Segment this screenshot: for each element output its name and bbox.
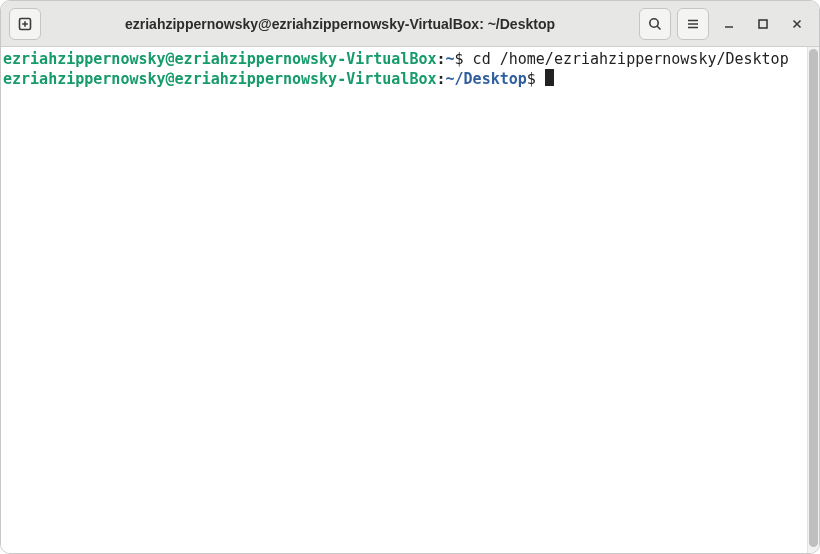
prompt-symbol: $ xyxy=(455,50,464,68)
scrollbar[interactable] xyxy=(807,47,819,553)
maximize-icon xyxy=(756,17,770,31)
window-title: ezriahzippernowsky@ezriahzippernowsky-Vi… xyxy=(47,16,633,32)
prompt-path: ~/Desktop xyxy=(446,70,527,88)
terminal-window: ezriahzippernowsky@ezriahzippernowsky-Vi… xyxy=(0,0,820,554)
close-button[interactable] xyxy=(783,10,811,38)
search-icon xyxy=(647,16,663,32)
svg-point-3 xyxy=(650,18,658,26)
prompt-path: ~ xyxy=(446,50,455,68)
titlebar-right-group xyxy=(639,8,811,40)
prompt-colon: : xyxy=(436,50,445,68)
maximize-button[interactable] xyxy=(749,10,777,38)
search-button[interactable] xyxy=(639,8,671,40)
new-tab-button[interactable] xyxy=(9,8,41,40)
menu-button[interactable] xyxy=(677,8,709,40)
minimize-button[interactable] xyxy=(715,10,743,38)
command-text: cd /home/ezriahzippernowsky/Desktop xyxy=(464,50,789,68)
cursor xyxy=(545,69,554,86)
prompt-user-host: ezriahzippernowsky@ezriahzippernowsky-Vi… xyxy=(3,50,436,68)
svg-rect-9 xyxy=(759,20,767,28)
terminal-area[interactable]: ezriahzippernowsky@ezriahzippernowsky-Vi… xyxy=(1,47,807,553)
scrollbar-thumb[interactable] xyxy=(809,49,818,547)
svg-line-4 xyxy=(657,26,660,29)
new-tab-icon xyxy=(17,16,33,32)
close-icon xyxy=(790,17,804,31)
terminal-area-wrap: ezriahzippernowsky@ezriahzippernowsky-Vi… xyxy=(1,47,819,553)
prompt-user-host: ezriahzippernowsky@ezriahzippernowsky-Vi… xyxy=(3,70,436,88)
titlebar: ezriahzippernowsky@ezriahzippernowsky-Vi… xyxy=(1,1,819,47)
prompt-colon: : xyxy=(436,70,445,88)
hamburger-icon xyxy=(685,16,701,32)
minimize-icon xyxy=(722,17,736,31)
prompt-symbol: $ xyxy=(527,70,536,88)
